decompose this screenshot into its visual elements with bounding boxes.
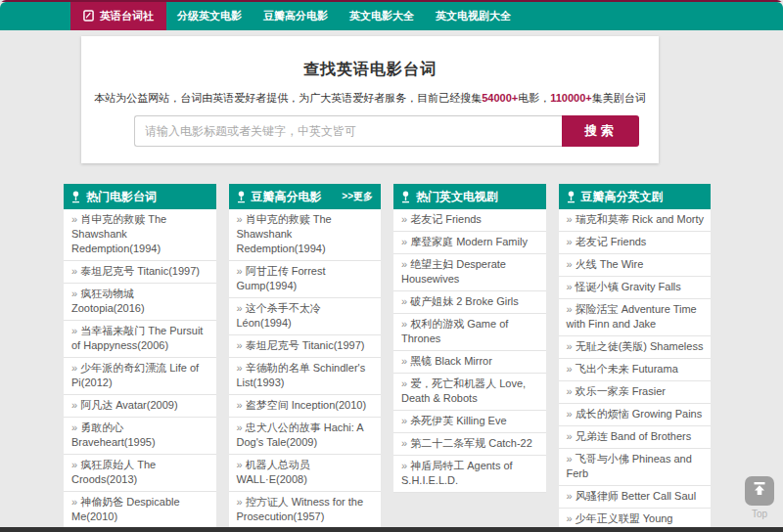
list-item[interactable]: »机器人总动员 WALL·E(2008) (229, 455, 382, 492)
list-item[interactable]: »火线 The Wire (559, 254, 712, 277)
hero-card: 查找英语电影台词 本站为公益网站，台词由英语爱好者提供，为广大英语爱好者服务，目… (81, 36, 659, 163)
nav-item-4[interactable]: 英文电视剧大全 (425, 2, 522, 30)
list-item[interactable]: »破产姐妹 2 Broke Girls (393, 291, 546, 314)
list-item[interactable]: »探险活宝 Adventure Time with Finn and Jake (559, 299, 712, 336)
list-item[interactable]: »黑镜 Black Mirror (393, 351, 546, 374)
column-title: 热门英文电视剧 (416, 189, 498, 205)
double-arrow-icon: » (401, 415, 407, 426)
nav-brand-label: 英语台词社 (100, 9, 154, 23)
double-arrow-icon: » (237, 339, 243, 351)
column-list: »肖申克的救赎 The Shawshank Redemption(1994)»阿… (229, 209, 382, 532)
item-title: 火线 The Wire (576, 258, 644, 270)
double-arrow-icon: » (401, 460, 407, 471)
list-item[interactable]: »风骚律师 Better Call Saul (559, 486, 712, 509)
double-arrow-icon: » (567, 340, 573, 352)
list-item[interactable]: »辛德勒的名单 Schindler's List(1993) (229, 358, 382, 395)
list-item[interactable]: »杀死伊芙 Killing Eve (393, 411, 546, 433)
double-arrow-icon: » (567, 281, 573, 292)
list-item[interactable]: »兄弟连 Band of Brothers (559, 426, 712, 449)
list-item[interactable]: »当幸福来敲门 The Pursuit of Happyness(2006) (64, 321, 216, 358)
column-title: 热门电影台词 (86, 189, 157, 205)
list-item[interactable]: »第二十二条军规 Catch-22 (393, 433, 546, 456)
column-more-link[interactable]: >>更多 (342, 190, 373, 203)
list-item[interactable]: »老友记 Friends (559, 232, 712, 254)
list-item[interactable]: »这个杀手不太冷 Léon(1994) (229, 298, 382, 335)
nav-item-2[interactable]: 豆瓣高分电影 (253, 2, 339, 30)
list-item[interactable]: »疯狂原始人 The Croods(2013) (64, 455, 216, 492)
item-title: 疯狂原始人 The Croods(2013) (71, 459, 156, 485)
double-arrow-icon: » (567, 490, 573, 502)
list-item[interactable]: »权利的游戏 Game of Thrones (393, 314, 546, 351)
item-title: 少年派的奇幻漂流 Life of Pi(2012) (71, 362, 199, 388)
list-item[interactable]: »瑞克和莫蒂 Rick and Morty (559, 209, 712, 232)
double-arrow-icon: » (237, 213, 243, 225)
double-arrow-icon: » (71, 362, 77, 374)
item-title: 探险活宝 Adventure Time with Finn and Jake (567, 303, 697, 330)
list-item[interactable]: »泰坦尼克号 Titanic(1997) (229, 335, 382, 358)
footer-bar (0, 527, 783, 532)
item-title: 老友记 Friends (576, 236, 647, 247)
list-item[interactable]: »控方证人 Witness for the Prosecution(1957) (229, 492, 382, 529)
list-item[interactable]: »阿甘正传 Forrest Gump(1994) (229, 261, 382, 298)
item-title: 绝望主妇 Desperate Housewives (401, 258, 506, 285)
item-title: 肖申克的救赎 The Shawshank Redemption(1994) (237, 213, 332, 254)
person-icon (401, 191, 410, 203)
list-item[interactable]: »少年派的奇幻漂流 Life of Pi(2012) (64, 358, 216, 395)
list-item[interactable]: »无耻之徒(美版) Shameless (559, 336, 712, 359)
list-item[interactable]: »摩登家庭 Modern Family (393, 232, 546, 254)
arrow-up-icon (752, 481, 767, 501)
nav-brand-home[interactable]: 英语台词社 (70, 2, 166, 30)
back-to-top-widget: Top (742, 476, 777, 519)
list-item[interactable]: »怪诞小镇 Gravity Falls (559, 277, 712, 299)
item-title: 肖申克的救赎 The Shawshank Redemption(1994) (71, 213, 166, 254)
content-column-3: 热门英文电视剧 »老友记 Friends»摩登家庭 Modern Family»… (393, 184, 546, 493)
item-title: 权利的游戏 Game of Thrones (401, 318, 508, 344)
item-title: 第二十二条军规 Catch-22 (410, 437, 532, 449)
list-item[interactable]: »欢乐一家亲 Frasier (559, 381, 712, 404)
list-item[interactable]: »勇敢的心 Braveheart(1995) (64, 418, 216, 455)
item-title: 杀死伊芙 Killing Eve (410, 415, 506, 426)
double-arrow-icon: » (567, 236, 573, 247)
double-arrow-icon: » (401, 437, 407, 449)
item-title: 欢乐一家亲 Frasier (576, 385, 666, 397)
item-title: 神偷奶爸 Despicable Me(2010) (71, 496, 180, 522)
columns-container: 热门电影台词 »肖申克的救赎 The Shawshank Redemption(… (64, 184, 711, 532)
list-item[interactable]: »盗梦空间 Inception(2010) (229, 395, 382, 418)
double-arrow-icon: » (71, 288, 77, 299)
double-arrow-icon: » (237, 362, 243, 374)
search-input[interactable] (134, 115, 562, 147)
list-item[interactable]: »神盾局特工 Agents of S.H.I.E.L.D. (393, 456, 546, 493)
column-list: »肖申克的救赎 The Shawshank Redemption(1994)»泰… (64, 209, 216, 532)
search-button[interactable]: 搜索 (562, 115, 639, 147)
list-item[interactable]: »疯狂动物城 Zootopia(2016) (64, 284, 216, 321)
list-item[interactable]: »绝望主妇 Desperate Housewives (393, 254, 546, 291)
item-title: 泰坦尼克号 Titanic(1997) (80, 265, 200, 277)
list-item[interactable]: »成长的烦恼 Growing Pains (559, 404, 712, 426)
double-arrow-icon: » (237, 265, 243, 277)
list-item[interactable]: »飞出个未来 Futurama (559, 359, 712, 381)
list-item[interactable]: »肖申克的救赎 The Shawshank Redemption(1994) (64, 209, 216, 261)
back-to-top-button[interactable] (745, 476, 774, 506)
person-icon (71, 191, 80, 203)
list-item[interactable]: »爱，死亡和机器人 Love, Death & Robots (393, 374, 546, 411)
list-item[interactable]: »飞哥与小佛 Phineas and Ferb (559, 449, 712, 486)
item-title: 盗梦空间 Inception(2010) (246, 399, 367, 411)
item-title: 勇敢的心 Braveheart(1995) (71, 421, 156, 448)
list-item[interactable]: »忠犬八公的故事 Hachi: A Dog's Tale(2009) (229, 418, 382, 455)
list-item[interactable]: »老友记 Friends (393, 209, 546, 232)
item-title: 当幸福来敲门 The Pursuit of Happyness(2006) (71, 325, 203, 351)
double-arrow-icon: » (237, 421, 243, 433)
double-arrow-icon: » (401, 295, 407, 307)
list-item[interactable]: »泰坦尼克号 Titanic(1997) (64, 261, 216, 284)
double-arrow-icon: » (567, 258, 573, 270)
item-title: 瑞克和莫蒂 Rick and Morty (576, 213, 704, 225)
double-arrow-icon: » (567, 453, 573, 465)
nav-item-3[interactable]: 英文电影大全 (339, 2, 425, 30)
column-list: »瑞克和莫蒂 Rick and Morty»老友记 Friends»火线 The… (559, 209, 712, 532)
list-item[interactable]: »阿凡达 Avatar(2009) (64, 395, 216, 418)
nav-item-1[interactable]: 分级英文电影 (166, 2, 253, 30)
list-item[interactable]: »肖申克的救赎 The Shawshank Redemption(1994) (229, 209, 382, 261)
description-text: 集美剧台词 (592, 92, 646, 104)
list-item[interactable]: »神偷奶爸 Despicable Me(2010) (64, 492, 216, 529)
item-title: 忠犬八公的故事 Hachi: A Dog's Tale(2009) (237, 421, 364, 448)
